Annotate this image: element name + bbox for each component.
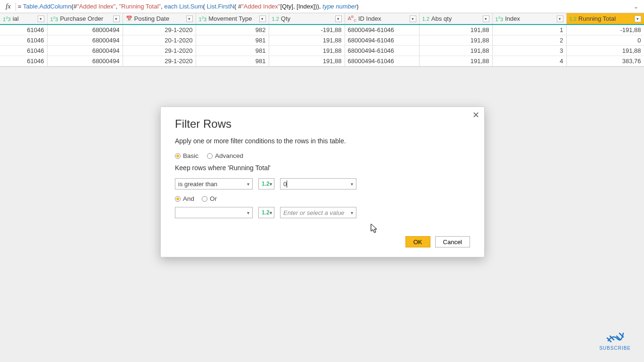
- cell[interactable]: 29-1-2020: [123, 45, 196, 56]
- cell[interactable]: 191,88: [269, 45, 345, 56]
- cell[interactable]: 383,76: [566, 56, 644, 66]
- cell[interactable]: 61046: [0, 35, 47, 45]
- filter-dropdown-icon[interactable]: ▾: [113, 16, 120, 22]
- cell[interactable]: 191,88: [566, 45, 644, 56]
- column-header-movement-type[interactable]: 123Movement Type▾: [196, 13, 269, 25]
- cell[interactable]: 68000494-61046: [345, 45, 419, 56]
- cell[interactable]: 1: [492, 25, 566, 35]
- cell[interactable]: 0: [566, 35, 644, 45]
- logic-radio-row: And Or: [175, 195, 470, 202]
- filter-dropdown-icon[interactable]: ▾: [410, 16, 416, 22]
- cell[interactable]: 191,88: [419, 25, 492, 35]
- formula-bar: fx = Table.AddColumn(#"Added Index", "Ru…: [0, 0, 644, 13]
- cell[interactable]: 29-1-2020: [123, 25, 196, 35]
- cell[interactable]: 3: [492, 45, 566, 56]
- cell[interactable]: 191,88: [269, 35, 345, 45]
- column-header-running-total[interactable]: 1.2Running Total▾: [566, 13, 644, 25]
- cell[interactable]: 61046: [0, 56, 47, 66]
- cell[interactable]: 68000494-61046: [345, 35, 419, 45]
- cell[interactable]: 4: [492, 56, 566, 66]
- dialog-title: Filter Rows: [175, 117, 470, 131]
- cell[interactable]: 981: [196, 56, 269, 66]
- close-icon[interactable]: ✕: [472, 111, 479, 119]
- cell[interactable]: 982: [196, 25, 269, 35]
- cell[interactable]: -191,88: [269, 25, 345, 35]
- cell[interactable]: 191,88: [419, 45, 492, 56]
- filter-condition-1: is greater than▾ 1.2▾ 0▾: [175, 178, 470, 189]
- cell[interactable]: 191,88: [419, 35, 492, 45]
- column-header-id-index[interactable]: ABCID Index▾: [345, 13, 419, 25]
- value-input-1[interactable]: 0▾: [280, 178, 356, 189]
- radio-or[interactable]: Or: [202, 195, 217, 202]
- ok-button[interactable]: OK: [405, 236, 430, 247]
- filter-rows-dialog: ✕ Filter Rows Apply one or more filter c…: [160, 107, 485, 257]
- column-header-abs-qty[interactable]: 1.2Abs qty▾: [419, 13, 492, 25]
- type-select-1[interactable]: 1.2▾: [258, 178, 274, 189]
- cell[interactable]: 981: [196, 45, 269, 56]
- cell[interactable]: 29-1-2020: [123, 56, 196, 66]
- filter-dropdown-icon[interactable]: ▾: [186, 16, 193, 22]
- cell[interactable]: -191,88: [566, 25, 644, 35]
- filter-condition-2: ▾ 1.2▾ ▾: [175, 207, 470, 218]
- filter-dropdown-icon[interactable]: ▾: [483, 16, 489, 22]
- dialog-description: Apply one or more filter conditions to t…: [175, 137, 470, 145]
- cell[interactable]: 68000494: [47, 25, 123, 35]
- column-header-qty[interactable]: 1.2Qty▾: [269, 13, 345, 25]
- cell[interactable]: 981: [196, 35, 269, 45]
- column-header-purchase-order[interactable]: 123Purchase Order▾: [47, 13, 123, 25]
- filter-dropdown-icon[interactable]: ▾: [259, 16, 266, 22]
- keep-rows-label: Keep rows where 'Running Total': [175, 164, 470, 172]
- mode-radio-row: Basic Advanced: [175, 152, 470, 159]
- cell[interactable]: 68000494: [47, 35, 123, 45]
- radio-and[interactable]: And: [175, 195, 194, 202]
- cell[interactable]: 20-1-2020: [123, 35, 196, 45]
- table-row[interactable]: 610466800049420-1-2020981191,8868000494-…: [0, 35, 644, 45]
- filter-dropdown-icon[interactable]: ▾: [557, 16, 563, 22]
- fx-icon: fx: [6, 2, 11, 10]
- column-header-posting-date[interactable]: 📅Posting Date▾: [123, 13, 196, 25]
- cell[interactable]: 68000494: [47, 45, 123, 56]
- value-input-2[interactable]: ▾: [280, 207, 356, 218]
- operator-select-1[interactable]: is greater than▾: [175, 178, 253, 189]
- operator-select-2[interactable]: ▾: [175, 207, 253, 218]
- column-header-ial[interactable]: 123ial▾: [0, 13, 47, 25]
- filter-dropdown-icon[interactable]: ▾: [635, 16, 641, 22]
- table-row[interactable]: 610466800049429-1-2020981191,8868000494-…: [0, 56, 644, 66]
- cell[interactable]: 68000494-61046: [345, 25, 419, 35]
- subscribe-watermark: SUBSCRIBE: [599, 329, 631, 351]
- filter-dropdown-icon[interactable]: ▾: [335, 16, 342, 22]
- table-row[interactable]: 610466800049429-1-2020981191,8868000494-…: [0, 45, 644, 56]
- column-header-index[interactable]: 123Index▾: [492, 13, 566, 25]
- filter-dropdown-icon[interactable]: ▾: [38, 16, 44, 22]
- cell[interactable]: 61046: [0, 45, 47, 56]
- cancel-button[interactable]: Cancel: [435, 236, 470, 247]
- type-select-2[interactable]: 1.2▾: [258, 207, 274, 218]
- table-row[interactable]: 610466800049429-1-2020982-191,8868000494…: [0, 25, 644, 35]
- cell[interactable]: 191,88: [269, 56, 345, 66]
- data-table: 123ial▾123Purchase Order▾📅Posting Date▾1…: [0, 13, 644, 67]
- radio-advanced[interactable]: Advanced: [207, 152, 243, 159]
- cell[interactable]: 68000494-61046: [345, 56, 419, 66]
- radio-basic[interactable]: Basic: [175, 152, 198, 159]
- formula-text[interactable]: = Table.AddColumn(#"Added Index", "Runni…: [18, 3, 631, 10]
- cell[interactable]: 61046: [0, 25, 47, 35]
- cell[interactable]: 68000494: [47, 56, 123, 66]
- cell[interactable]: 2: [492, 35, 566, 45]
- cell[interactable]: 191,88: [419, 56, 492, 66]
- divider: [16, 2, 16, 11]
- formula-expand-icon[interactable]: ⌄: [631, 3, 641, 10]
